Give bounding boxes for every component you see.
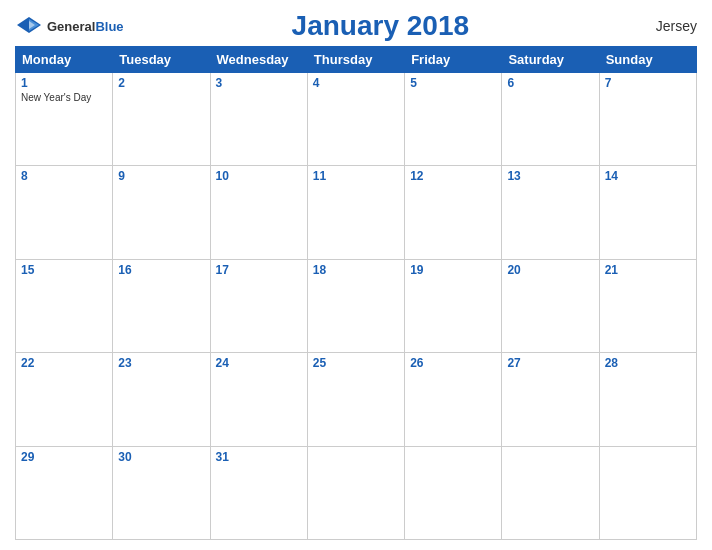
day-number: 14 bbox=[605, 169, 691, 183]
region-label: Jersey bbox=[637, 18, 697, 34]
logo-icon bbox=[15, 15, 43, 37]
calendar-cell: 29 bbox=[16, 446, 113, 539]
calendar-cell: 16 bbox=[113, 259, 210, 352]
calendar-cell: 4 bbox=[307, 73, 404, 166]
day-number: 26 bbox=[410, 356, 496, 370]
calendar-cell bbox=[307, 446, 404, 539]
calendar-cell: 5 bbox=[405, 73, 502, 166]
calendar-cell: 24 bbox=[210, 353, 307, 446]
day-number: 12 bbox=[410, 169, 496, 183]
calendar-cell: 25 bbox=[307, 353, 404, 446]
calendar-cell: 28 bbox=[599, 353, 696, 446]
day-number: 30 bbox=[118, 450, 204, 464]
day-number: 16 bbox=[118, 263, 204, 277]
calendar-week-row: 293031 bbox=[16, 446, 697, 539]
calendar-cell: 8 bbox=[16, 166, 113, 259]
logo-text: GeneralBlue bbox=[47, 17, 124, 35]
day-number: 29 bbox=[21, 450, 107, 464]
calendar-cell bbox=[502, 446, 599, 539]
col-saturday: Saturday bbox=[502, 47, 599, 73]
calendar-header: GeneralBlue January 2018 Jersey bbox=[15, 10, 697, 42]
calendar-week-row: 22232425262728 bbox=[16, 353, 697, 446]
calendar-week-row: 1New Year's Day234567 bbox=[16, 73, 697, 166]
calendar-cell: 23 bbox=[113, 353, 210, 446]
calendar-cell: 9 bbox=[113, 166, 210, 259]
calendar-cell: 13 bbox=[502, 166, 599, 259]
col-wednesday: Wednesday bbox=[210, 47, 307, 73]
calendar-cell: 31 bbox=[210, 446, 307, 539]
day-number: 11 bbox=[313, 169, 399, 183]
calendar-week-row: 15161718192021 bbox=[16, 259, 697, 352]
calendar-cell: 11 bbox=[307, 166, 404, 259]
day-number: 13 bbox=[507, 169, 593, 183]
calendar-cell: 14 bbox=[599, 166, 696, 259]
day-number: 6 bbox=[507, 76, 593, 90]
logo: GeneralBlue bbox=[15, 15, 124, 37]
calendar-cell: 3 bbox=[210, 73, 307, 166]
calendar-table: Monday Tuesday Wednesday Thursday Friday… bbox=[15, 46, 697, 540]
calendar-cell: 15 bbox=[16, 259, 113, 352]
day-number: 23 bbox=[118, 356, 204, 370]
calendar-cell: 26 bbox=[405, 353, 502, 446]
calendar-week-row: 891011121314 bbox=[16, 166, 697, 259]
calendar-cell: 1New Year's Day bbox=[16, 73, 113, 166]
day-number: 5 bbox=[410, 76, 496, 90]
day-number: 2 bbox=[118, 76, 204, 90]
calendar-cell: 21 bbox=[599, 259, 696, 352]
calendar-cell: 7 bbox=[599, 73, 696, 166]
day-number: 27 bbox=[507, 356, 593, 370]
calendar-cell: 12 bbox=[405, 166, 502, 259]
day-number: 19 bbox=[410, 263, 496, 277]
calendar-cell: 19 bbox=[405, 259, 502, 352]
calendar-cell: 6 bbox=[502, 73, 599, 166]
day-number: 1 bbox=[21, 76, 107, 90]
col-monday: Monday bbox=[16, 47, 113, 73]
day-number: 18 bbox=[313, 263, 399, 277]
day-number: 10 bbox=[216, 169, 302, 183]
day-number: 21 bbox=[605, 263, 691, 277]
day-number: 28 bbox=[605, 356, 691, 370]
col-tuesday: Tuesday bbox=[113, 47, 210, 73]
day-number: 31 bbox=[216, 450, 302, 464]
day-number: 3 bbox=[216, 76, 302, 90]
day-number: 7 bbox=[605, 76, 691, 90]
col-friday: Friday bbox=[405, 47, 502, 73]
day-number: 4 bbox=[313, 76, 399, 90]
calendar-cell: 30 bbox=[113, 446, 210, 539]
calendar-cell: 18 bbox=[307, 259, 404, 352]
day-number: 9 bbox=[118, 169, 204, 183]
calendar-cell: 17 bbox=[210, 259, 307, 352]
calendar-cell: 27 bbox=[502, 353, 599, 446]
day-number: 15 bbox=[21, 263, 107, 277]
day-number: 25 bbox=[313, 356, 399, 370]
calendar-cell: 10 bbox=[210, 166, 307, 259]
calendar-cell: 20 bbox=[502, 259, 599, 352]
calendar-cell: 2 bbox=[113, 73, 210, 166]
col-thursday: Thursday bbox=[307, 47, 404, 73]
day-number: 22 bbox=[21, 356, 107, 370]
calendar-cell: 22 bbox=[16, 353, 113, 446]
calendar-title: January 2018 bbox=[124, 10, 637, 42]
holiday-label: New Year's Day bbox=[21, 92, 107, 103]
weekday-header-row: Monday Tuesday Wednesday Thursday Friday… bbox=[16, 47, 697, 73]
calendar-cell bbox=[405, 446, 502, 539]
calendar-cell bbox=[599, 446, 696, 539]
day-number: 20 bbox=[507, 263, 593, 277]
day-number: 8 bbox=[21, 169, 107, 183]
col-sunday: Sunday bbox=[599, 47, 696, 73]
day-number: 17 bbox=[216, 263, 302, 277]
day-number: 24 bbox=[216, 356, 302, 370]
